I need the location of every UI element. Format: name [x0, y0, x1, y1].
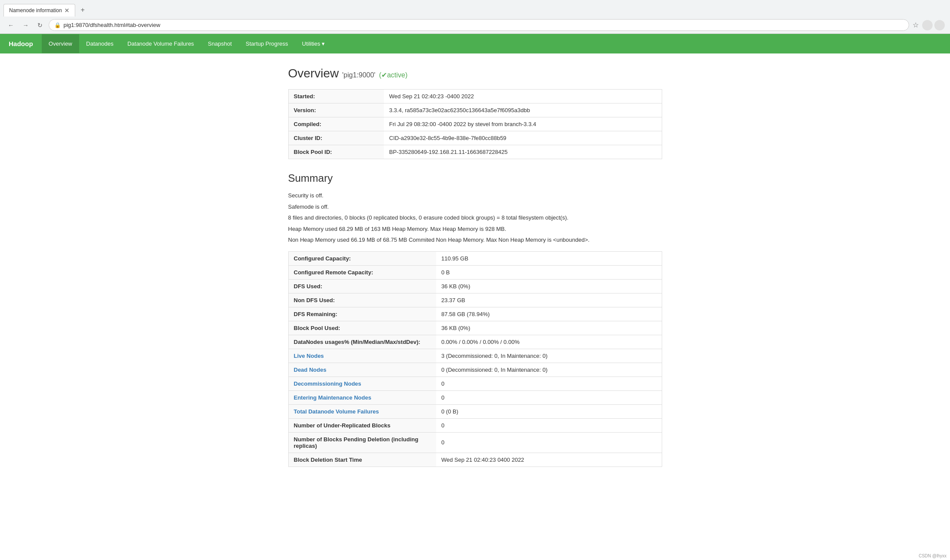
summary-label: Number of Under-Replicated Blocks [288, 418, 436, 432]
info-label: Version: [288, 103, 384, 117]
summary-label: Total Datanode Volume Failures [288, 404, 436, 418]
browser-chrome: Namenode information ✕ + ← → ↻ 🔒 pig1:98… [0, 0, 950, 34]
summary-text-item: Security is off. [288, 191, 662, 200]
active-badge: 'pig1:9000' (✔active) [342, 71, 407, 79]
forward-button[interactable]: → [20, 20, 31, 30]
summary-label: Decommissioning Nodes [288, 377, 436, 390]
extension-icon-1 [922, 20, 933, 30]
info-table-row: Version:3.3.4, ra585a73c3e02ac62350c1366… [288, 103, 662, 117]
summary-value: Wed Sep 21 02:40:23 0400 2022 [436, 453, 662, 467]
nav-item-utilities[interactable]: Utilities ▾ [295, 34, 332, 53]
back-button[interactable]: ← [5, 20, 17, 30]
summary-link[interactable]: Total Datanode Volume Failures [294, 408, 379, 415]
info-label: Block Pool ID: [288, 145, 384, 159]
info-value: CID-a2930e32-8c55-4b9e-838e-7fe80cc88b59 [384, 131, 662, 145]
summary-value: 0 [436, 418, 662, 432]
info-label: Started: [288, 90, 384, 103]
summary-table: Configured Capacity:110.95 GBConfigured … [288, 251, 662, 467]
url-input-box[interactable]: 🔒 pig1:9870/dfshealth.html#tab-overview [49, 19, 909, 31]
nav-item-startup-progress[interactable]: Startup Progress [239, 34, 295, 53]
tab-bar: Namenode information ✕ + [0, 0, 950, 17]
summary-value: 0 [436, 390, 662, 404]
summary-value: 36 KB (0%) [436, 279, 662, 293]
summary-text-item: Non Heap Memory used 66.19 MB of 68.75 M… [288, 236, 662, 244]
summary-table-row: Dead Nodes0 (Decommissioned: 0, In Maint… [288, 363, 662, 377]
summary-link[interactable]: Dead Nodes [294, 367, 327, 373]
info-table: Started:Wed Sep 21 02:40:23 -0400 2022Ve… [288, 89, 662, 159]
summary-table-row: Total Datanode Volume Failures0 (0 B) [288, 404, 662, 418]
summary-table-row: DFS Remaining:87.58 GB (78.94%) [288, 307, 662, 321]
summary-table-row: Block Deletion Start TimeWed Sep 21 02:4… [288, 453, 662, 467]
tab-title: Namenode information [9, 7, 62, 13]
summary-label: Live Nodes [288, 349, 436, 363]
info-table-row: Compiled:Fri Jul 29 08:32:00 -0400 2022 … [288, 117, 662, 131]
info-table-row: Block Pool ID:BP-335280649-192.168.21.11… [288, 145, 662, 159]
summary-link[interactable]: Decommissioning Nodes [294, 380, 361, 387]
summary-texts: Security is off.Safemode is off.8 files … [288, 191, 662, 244]
summary-label: Dead Nodes [288, 363, 436, 377]
summary-table-row: Entering Maintenance Nodes0 [288, 390, 662, 404]
info-value: BP-335280649-192.168.21.11-1663687228425 [384, 145, 662, 159]
summary-label: Block Pool Used: [288, 321, 436, 335]
summary-table-row: Number of Blocks Pending Deletion (inclu… [288, 432, 662, 453]
info-value: Wed Sep 21 02:40:23 -0400 2022 [384, 90, 662, 103]
info-label: Compiled: [288, 117, 384, 131]
lock-icon: 🔒 [54, 22, 61, 28]
summary-value: 0 B [436, 265, 662, 279]
summary-value: 0.00% / 0.00% / 0.00% / 0.00% [436, 335, 662, 349]
nav-item-datanode-volume-failures[interactable]: Datanode Volume Failures [120, 34, 201, 53]
summary-value: 3 (Decommissioned: 0, In Maintenance: 0) [436, 349, 662, 363]
summary-table-row: Number of Under-Replicated Blocks0 [288, 418, 662, 432]
info-table-row: Cluster ID:CID-a2930e32-8c55-4b9e-838e-7… [288, 131, 662, 145]
summary-label: DFS Used: [288, 279, 436, 293]
summary-link[interactable]: Entering Maintenance Nodes [294, 394, 371, 401]
summary-label: DataNodes usages% (Min/Median/Max/stdDev… [288, 335, 436, 349]
tab-close-button[interactable]: ✕ [64, 7, 70, 14]
nav-item-datanodes[interactable]: Datanodes [79, 34, 120, 53]
summary-label: Entering Maintenance Nodes [288, 390, 436, 404]
summary-value: 87.58 GB (78.94%) [436, 307, 662, 321]
summary-value: 0 (Decommissioned: 0, In Maintenance: 0) [436, 363, 662, 377]
active-tab[interactable]: Namenode information ✕ [3, 4, 75, 17]
summary-value: 110.95 GB [436, 251, 662, 265]
navbar-brand[interactable]: Hadoop [0, 34, 42, 53]
summary-table-row: Decommissioning Nodes0 [288, 377, 662, 390]
summary-label: Non DFS Used: [288, 293, 436, 307]
summary-text-item: 8 files and directories, 0 blocks (0 rep… [288, 213, 662, 222]
summary-title: Summary [288, 172, 662, 184]
info-value: 3.3.4, ra585a73c3e02ac62350c136643a5e7f6… [384, 103, 662, 117]
info-table-row: Started:Wed Sep 21 02:40:23 -0400 2022 [288, 90, 662, 103]
summary-label: Number of Blocks Pending Deletion (inclu… [288, 432, 436, 453]
summary-link[interactable]: Live Nodes [294, 353, 324, 359]
summary-value: 23.37 GB [436, 293, 662, 307]
summary-text-item: Heap Memory used 68.29 MB of 163 MB Heap… [288, 225, 662, 233]
status-badge: (✔active) [379, 71, 407, 79]
extension-icons [922, 20, 945, 30]
navbar: Hadoop Overview Datanodes Datanode Volum… [0, 34, 950, 53]
summary-value: 0 [436, 432, 662, 453]
summary-value: 0 (0 B) [436, 404, 662, 418]
url-text: pig1:9870/dfshealth.html#tab-overview [63, 22, 903, 28]
reload-button[interactable]: ↻ [35, 20, 45, 30]
summary-label: Configured Capacity: [288, 251, 436, 265]
summary-table-row: Configured Capacity:110.95 GB [288, 251, 662, 265]
summary-table-row: Block Pool Used:36 KB (0%) [288, 321, 662, 335]
page-title: Overview 'pig1:9000' (✔active) [288, 67, 662, 80]
summary-text-item: Safemode is off. [288, 203, 662, 211]
summary-label: DFS Remaining: [288, 307, 436, 321]
summary-label: Block Deletion Start Time [288, 453, 436, 467]
nav-items: Overview Datanodes Datanode Volume Failu… [42, 34, 332, 53]
summary-table-row: DFS Used:36 KB (0%) [288, 279, 662, 293]
summary-table-row: Live Nodes3 (Decommissioned: 0, In Maint… [288, 349, 662, 363]
nav-item-overview[interactable]: Overview [42, 34, 79, 53]
summary-value: 36 KB (0%) [436, 321, 662, 335]
new-tab-button[interactable]: + [77, 3, 88, 17]
summary-table-row: Configured Remote Capacity:0 B [288, 265, 662, 279]
info-value: Fri Jul 29 08:32:00 -0400 2022 by stevel… [384, 117, 662, 131]
summary-label: Configured Remote Capacity: [288, 265, 436, 279]
summary-value: 0 [436, 377, 662, 390]
nav-item-snapshot[interactable]: Snapshot [201, 34, 239, 53]
summary-table-row: Non DFS Used:23.37 GB [288, 293, 662, 307]
bookmark-button[interactable]: ☆ [913, 21, 919, 29]
address-bar: ← → ↻ 🔒 pig1:9870/dfshealth.html#tab-ove… [0, 17, 950, 33]
